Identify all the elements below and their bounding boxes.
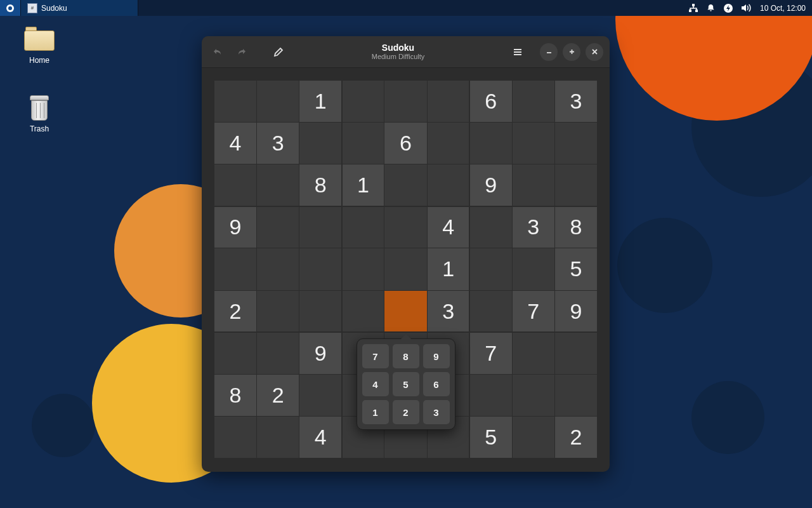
sudoku-cell[interactable] <box>428 164 469 206</box>
sudoku-cell[interactable]: 9 <box>214 206 256 248</box>
number-picker-button[interactable]: 2 <box>393 400 419 424</box>
sudoku-cell[interactable] <box>214 164 256 206</box>
sudoku-cell[interactable] <box>299 375 341 416</box>
sudoku-cell[interactable] <box>555 164 597 206</box>
minimize-button[interactable] <box>540 43 558 61</box>
redo-button[interactable] <box>232 43 251 62</box>
maximize-button[interactable] <box>563 43 580 61</box>
menu-button[interactable] <box>508 43 527 62</box>
number-picker-button[interactable]: 3 <box>423 400 450 424</box>
sudoku-cell[interactable] <box>299 291 341 332</box>
number-picker-button[interactable]: 5 <box>393 372 419 396</box>
sudoku-cell[interactable]: 4 <box>299 417 341 458</box>
sudoku-cell[interactable]: 1 <box>342 164 384 206</box>
sudoku-cell[interactable]: 3 <box>555 81 597 122</box>
clock[interactable]: 10 Oct, 12:00 <box>760 4 806 13</box>
sudoku-cell[interactable]: 3 <box>428 291 469 332</box>
sudoku-cell[interactable]: 4 <box>214 123 256 164</box>
sudoku-cell[interactable]: 5 <box>555 248 597 290</box>
sudoku-cell[interactable] <box>257 81 299 122</box>
sudoku-cell[interactable] <box>470 123 512 164</box>
sudoku-window: Sudoku Medium Difficulty 163436819943815… <box>202 36 610 472</box>
sudoku-cell[interactable] <box>214 81 256 122</box>
sudoku-cell[interactable]: 8 <box>214 375 256 416</box>
sudoku-cell[interactable]: 9 <box>555 291 597 332</box>
sudoku-cell[interactable] <box>513 375 554 416</box>
sudoku-cell[interactable]: 2 <box>257 375 299 416</box>
sudoku-cell[interactable] <box>342 291 384 332</box>
sudoku-cell[interactable] <box>342 81 384 122</box>
sudoku-cell[interactable] <box>257 164 299 206</box>
sudoku-cell[interactable] <box>299 206 341 248</box>
volume-icon[interactable] <box>741 3 752 13</box>
sudoku-cell[interactable]: 3 <box>257 123 299 164</box>
notifications-icon[interactable] <box>706 3 716 13</box>
sudoku-cell[interactable]: 2 <box>214 291 256 332</box>
sudoku-cell[interactable] <box>214 417 256 458</box>
sudoku-cell[interactable] <box>257 248 299 290</box>
sudoku-cell[interactable] <box>555 123 597 164</box>
sudoku-cell[interactable]: 5 <box>470 417 512 458</box>
svg-rect-2 <box>692 4 695 6</box>
sudoku-cell[interactable]: 6 <box>384 123 426 164</box>
number-picker-button[interactable]: 1 <box>362 400 389 424</box>
taskbar-app-sudoku[interactable]: # Sudoku <box>21 0 138 16</box>
sudoku-cell[interactable] <box>470 375 512 416</box>
sudoku-cell[interactable] <box>513 164 554 206</box>
desktop-icon-home[interactable]: Home <box>14 27 65 65</box>
number-picker-button[interactable]: 8 <box>393 344 419 368</box>
sudoku-cell[interactable] <box>257 291 299 332</box>
sudoku-cell[interactable]: 8 <box>299 164 341 206</box>
number-picker-button[interactable]: 9 <box>423 344 450 368</box>
sudoku-cell[interactable] <box>384 206 426 248</box>
sudoku-cell[interactable]: 4 <box>428 206 469 248</box>
number-picker-button[interactable]: 7 <box>362 344 389 368</box>
sudoku-cell[interactable]: 2 <box>555 417 597 458</box>
pencil-mode-button[interactable] <box>269 43 288 62</box>
sudoku-cell[interactable] <box>257 206 299 248</box>
sudoku-cell[interactable] <box>384 248 426 290</box>
sudoku-cell[interactable] <box>513 248 554 290</box>
sudoku-cell[interactable] <box>342 123 384 164</box>
sudoku-cell[interactable] <box>342 206 384 248</box>
sudoku-cell[interactable] <box>513 417 554 458</box>
sudoku-cell[interactable] <box>470 248 512 290</box>
sudoku-cell[interactable] <box>384 164 426 206</box>
sudoku-cell[interactable] <box>428 81 469 122</box>
activities-button[interactable] <box>0 0 21 16</box>
sudoku-cell[interactable] <box>513 333 554 374</box>
network-icon[interactable] <box>688 3 698 13</box>
sudoku-cell[interactable]: 7 <box>513 291 554 332</box>
sudoku-cell[interactable] <box>555 375 597 416</box>
sudoku-cell[interactable] <box>214 248 256 290</box>
sudoku-cell[interactable] <box>214 333 256 374</box>
sudoku-cell[interactable] <box>257 417 299 458</box>
sudoku-cell[interactable]: 8 <box>555 206 597 248</box>
sudoku-cell[interactable]: 9 <box>299 333 341 374</box>
number-picker-button[interactable]: 4 <box>362 372 389 396</box>
desktop-icon-trash[interactable]: Trash <box>14 95 65 133</box>
sudoku-cell[interactable] <box>513 123 554 164</box>
sudoku-cell[interactable] <box>257 333 299 374</box>
sudoku-cell[interactable] <box>342 248 384 290</box>
sudoku-cell[interactable]: 1 <box>299 81 341 122</box>
sudoku-cell[interactable] <box>513 81 554 122</box>
sudoku-cell[interactable]: 6 <box>470 81 512 122</box>
sudoku-cell[interactable] <box>555 333 597 374</box>
sudoku-cell[interactable] <box>384 291 426 332</box>
titlebar[interactable]: Sudoku Medium Difficulty <box>202 36 610 68</box>
sudoku-cell[interactable] <box>299 123 341 164</box>
sudoku-cell[interactable] <box>470 206 512 248</box>
sudoku-cell[interactable] <box>299 248 341 290</box>
sudoku-cell[interactable]: 7 <box>470 333 512 374</box>
sudoku-cell[interactable]: 9 <box>470 164 512 206</box>
sudoku-cell[interactable]: 3 <box>513 206 554 248</box>
sudoku-cell[interactable]: 1 <box>428 248 469 290</box>
sudoku-cell[interactable] <box>470 291 512 332</box>
number-picker-button[interactable]: 6 <box>423 372 450 396</box>
sudoku-cell[interactable] <box>384 81 426 122</box>
sudoku-cell[interactable] <box>428 123 469 164</box>
power-icon[interactable] <box>723 3 733 13</box>
close-button[interactable] <box>586 43 603 61</box>
undo-button[interactable] <box>208 43 227 62</box>
